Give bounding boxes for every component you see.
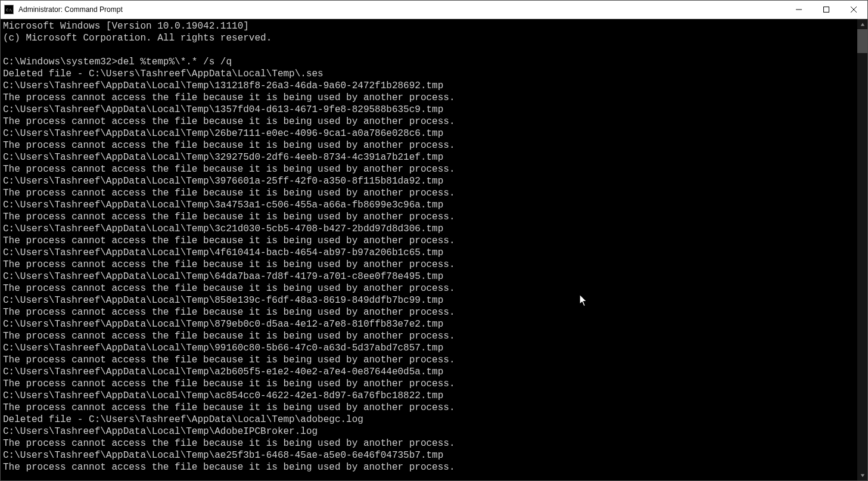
console-output[interactable]: Microsoft Windows [Version 10.0.19042.11… [1,19,857,480]
vertical-scrollbar[interactable] [857,19,867,480]
maximize-button[interactable] [813,1,840,18]
scroll-up-arrow[interactable] [857,19,867,29]
minimize-button[interactable] [785,1,813,18]
console-area[interactable]: Microsoft Windows [Version 10.0.19042.11… [1,19,867,480]
titlebar[interactable]: Administrator: Command Prompt [1,1,867,19]
window-controls [785,1,867,18]
scroll-track[interactable] [857,29,867,470]
svg-rect-1 [824,7,829,13]
command-prompt-window: Administrator: Command Prompt Microsoft … [0,0,868,481]
scroll-down-arrow[interactable] [857,470,867,480]
window-title: Administrator: Command Prompt [18,5,123,14]
scroll-thumb[interactable] [857,29,867,53]
close-button[interactable] [840,1,867,18]
titlebar-left: Administrator: Command Prompt [4,5,123,14]
cmd-icon [4,5,14,14]
